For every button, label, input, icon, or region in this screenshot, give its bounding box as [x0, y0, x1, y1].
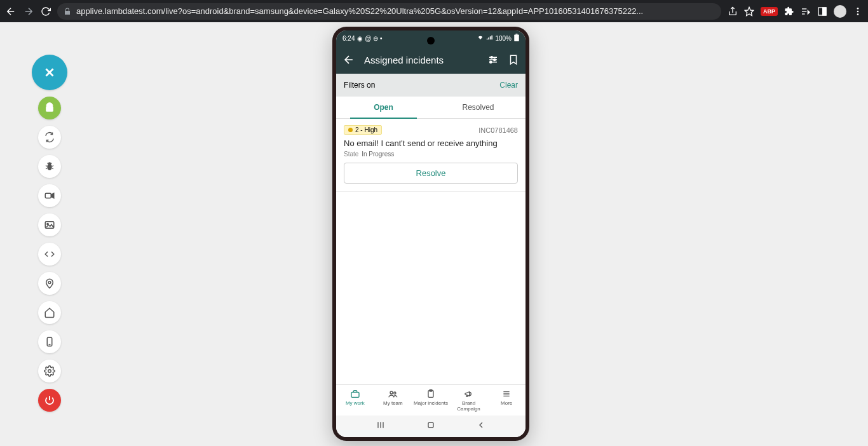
svg-point-29 — [491, 57, 492, 58]
rotate-icon[interactable] — [38, 126, 61, 149]
page-title: Assigned incidents — [364, 55, 478, 65]
battery-text: 100% — [495, 35, 512, 42]
signal-icon — [486, 34, 492, 42]
video-icon[interactable] — [38, 184, 61, 207]
svg-point-34 — [394, 392, 396, 394]
browser-reload-button[interactable] — [41, 6, 51, 17]
camera-hole — [427, 37, 435, 44]
svg-rect-43 — [428, 422, 433, 428]
filter-label: Filters on — [344, 81, 375, 90]
tab-open[interactable]: Open — [336, 97, 431, 118]
url-text: applive.lambdatest.com/live?os=android&b… — [76, 6, 643, 16]
tabs: Open Resolved — [336, 97, 526, 119]
filter-row: Filters on Clear — [336, 74, 526, 97]
severity-text: 2 - High — [355, 126, 377, 133]
menu-icon — [501, 389, 512, 399]
battery-icon — [514, 34, 519, 43]
abp-badge[interactable]: ABP — [761, 7, 778, 16]
svg-point-33 — [390, 391, 393, 394]
incident-title: No email! I cant't send or receive anyth… — [344, 139, 518, 148]
bottom-tab-more[interactable]: More — [487, 385, 526, 416]
svg-point-20 — [48, 281, 51, 284]
svg-point-12 — [48, 104, 48, 105]
tab-resolved[interactable]: Resolved — [431, 97, 526, 118]
close-session-button[interactable] — [32, 55, 67, 90]
bookmark-icon[interactable] — [508, 54, 519, 65]
power-icon[interactable] — [38, 389, 61, 412]
window-control-icon[interactable] — [817, 6, 827, 17]
location-icon[interactable] — [38, 272, 61, 295]
browser-forward-button[interactable] — [23, 6, 34, 17]
android-icon[interactable] — [38, 97, 61, 119]
bottom-tab-my-work[interactable]: My work — [336, 385, 374, 416]
svg-point-31 — [490, 61, 492, 63]
svg-rect-24 — [516, 34, 518, 35]
clear-filter-button[interactable]: Clear — [499, 81, 518, 90]
device-frame: 6:24 ◉ @ ⊖ • 100% — [332, 27, 529, 441]
browser-back-button[interactable] — [5, 6, 17, 17]
home-icon[interactable] — [38, 301, 61, 324]
bookmark-star-icon[interactable] — [744, 6, 754, 17]
team-icon — [388, 389, 398, 399]
svg-point-19 — [47, 223, 48, 224]
bottom-tab-major-incidents[interactable]: Major incidents — [412, 385, 450, 416]
severity-badge: 2 - High — [344, 125, 382, 135]
kebab-menu-icon[interactable] — [853, 6, 863, 17]
bug-icon[interactable] — [38, 155, 61, 178]
svg-point-30 — [494, 59, 496, 61]
svg-point-15 — [48, 162, 51, 165]
svg-marker-17 — [52, 193, 54, 198]
svg-point-13 — [51, 104, 51, 105]
app-body-empty — [336, 192, 526, 384]
briefcase-icon — [350, 389, 360, 399]
app-header: Assigned incidents — [336, 46, 526, 74]
svg-rect-5 — [823, 8, 826, 15]
android-nav-bar — [336, 416, 526, 437]
svg-point-23 — [48, 370, 51, 373]
side-toolbar — [32, 55, 67, 412]
svg-rect-25 — [514, 35, 519, 42]
settings-icon[interactable] — [38, 360, 61, 382]
back-button[interactable] — [476, 420, 486, 433]
url-bar[interactable]: applive.lambdatest.com/live?os=android&b… — [57, 3, 721, 20]
status-time: 6:24 — [342, 35, 355, 42]
device-screen: 6:24 ◉ @ ⊖ • 100% — [336, 30, 526, 437]
profile-avatar[interactable] — [834, 5, 846, 18]
resolve-button[interactable]: Resolve — [344, 163, 518, 184]
bottom-tab-my-team[interactable]: My team — [374, 385, 412, 416]
incident-state: State In Progress — [344, 151, 518, 158]
svg-rect-16 — [45, 193, 51, 198]
bottom-tab-bar: My work My team Major incidents Brand Ca… — [336, 384, 526, 416]
svg-marker-0 — [745, 7, 753, 15]
extensions-icon[interactable] — [784, 6, 794, 17]
svg-rect-11 — [46, 107, 53, 112]
svg-point-7 — [857, 10, 859, 12]
home-button[interactable] — [426, 420, 436, 433]
wifi-icon — [477, 34, 484, 42]
back-arrow-icon[interactable] — [342, 53, 355, 66]
svg-point-8 — [857, 13, 859, 15]
incident-id: INC0781468 — [478, 126, 518, 134]
devtools-icon[interactable] — [38, 243, 61, 266]
share-icon[interactable] — [728, 6, 738, 17]
svg-rect-32 — [351, 392, 359, 397]
browser-chrome-bar: applive.lambdatest.com/live?os=android&b… — [0, 0, 868, 22]
clipboard-icon — [426, 389, 436, 399]
megaphone-icon — [464, 389, 474, 399]
bottom-tab-brand-campaign[interactable]: Brand Campaign — [450, 385, 488, 416]
status-app-icons: ◉ @ ⊖ • — [357, 35, 382, 42]
recents-button[interactable] — [376, 420, 386, 433]
svg-point-6 — [857, 8, 859, 10]
media-icon[interactable] — [801, 6, 811, 17]
filter-sliders-icon[interactable] — [487, 54, 499, 65]
device-icon[interactable] — [38, 330, 61, 353]
screenshot-icon[interactable] — [38, 213, 61, 236]
lock-icon — [64, 8, 71, 15]
severity-dot-icon — [348, 128, 353, 132]
incident-card[interactable]: 2 - High INC0781468 No email! I cant't s… — [336, 119, 526, 192]
